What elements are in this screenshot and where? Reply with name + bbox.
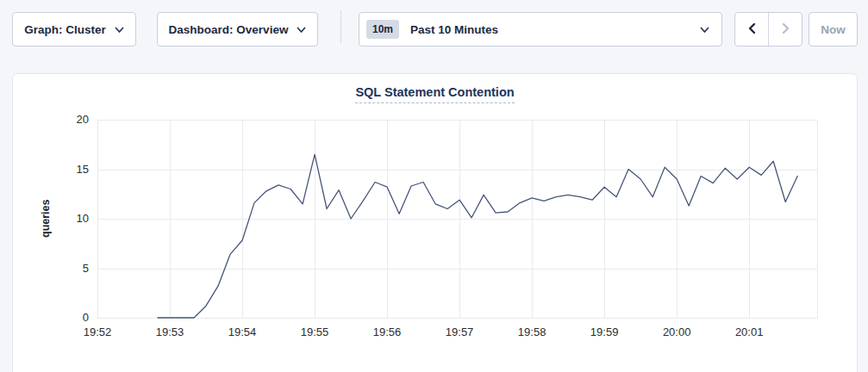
chart-title-row: SQL Statement Contention xyxy=(13,84,857,103)
time-range-badge: 10m xyxy=(366,20,399,39)
chart-title[interactable]: SQL Statement Contention xyxy=(355,85,514,103)
x-tick-label: 19:52 xyxy=(71,325,124,340)
time-range-label: Past 10 Minutes xyxy=(410,23,700,36)
y-tick-label: 10 xyxy=(13,211,89,226)
x-tick-label: 19:58 xyxy=(505,325,559,340)
dashboard-dropdown-label: Dashboard: Overview xyxy=(169,23,289,36)
x-tick-label: 20:00 xyxy=(650,325,703,340)
chart-panel: SQL Statement Contention queries 0510152… xyxy=(12,73,858,372)
x-tick-label: 19:53 xyxy=(143,325,197,340)
graph-dropdown[interactable]: Graph: Cluster xyxy=(12,12,136,46)
time-nav-group xyxy=(734,12,802,46)
x-tick-label: 19:57 xyxy=(433,325,486,340)
x-tick-label: 20:01 xyxy=(722,325,776,340)
chevron-down-icon xyxy=(115,23,124,36)
now-button[interactable]: Now xyxy=(809,12,858,46)
time-prev-button[interactable] xyxy=(735,13,768,46)
y-tick-label: 5 xyxy=(13,261,89,276)
x-tick-label: 19:55 xyxy=(288,325,341,340)
data-line xyxy=(158,154,797,318)
x-tick-label: 19:59 xyxy=(578,325,631,340)
y-tick-label: 15 xyxy=(13,162,89,177)
x-tick-label: 19:54 xyxy=(215,325,269,340)
line-chart[interactable] xyxy=(97,120,818,318)
chevron-down-icon xyxy=(297,23,306,36)
time-next-button[interactable] xyxy=(768,13,802,46)
time-range-selector[interactable]: 10m Past 10 Minutes xyxy=(359,12,722,46)
y-tick-label: 0 xyxy=(13,310,89,326)
x-tick-label: 19:56 xyxy=(360,325,414,340)
toolbar-divider xyxy=(340,10,341,43)
chevron-right-icon xyxy=(780,22,791,37)
dashboard-dropdown[interactable]: Dashboard: Overview xyxy=(157,12,318,46)
y-tick-label: 20 xyxy=(13,112,89,127)
chevron-down-icon xyxy=(700,23,709,36)
graph-dropdown-label: Graph: Cluster xyxy=(24,23,106,36)
chevron-left-icon xyxy=(746,22,758,37)
